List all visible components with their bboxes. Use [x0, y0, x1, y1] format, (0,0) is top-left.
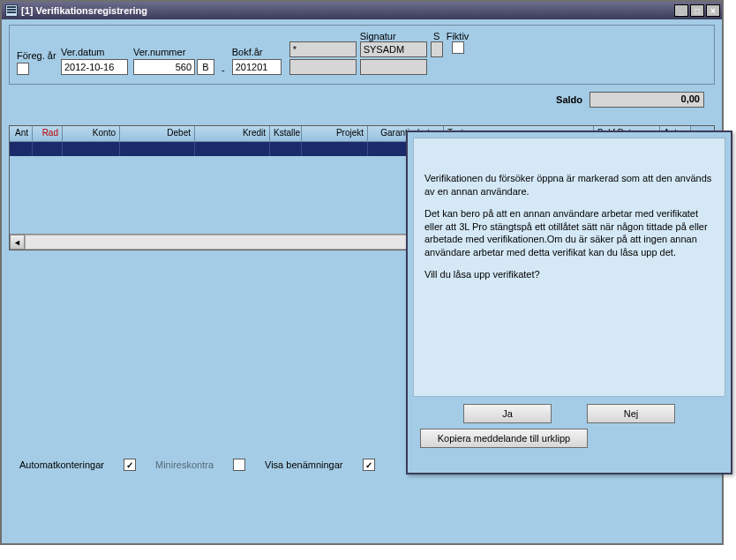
app-icon: [5, 4, 18, 17]
col-header-rad[interactable]: Rad: [33, 126, 63, 142]
yes-button[interactable]: Ja: [463, 404, 552, 423]
titlebar[interactable]: [1] Verifikationsregistrering _ □ ×: [2, 2, 722, 19]
saldo-row: Saldo 0,00: [556, 92, 704, 108]
signatur-input: [360, 41, 427, 57]
dash-separator: -: [220, 64, 227, 75]
col-header-ant[interactable]: Ant: [10, 126, 33, 142]
col-header-konto[interactable]: Konto: [63, 126, 120, 142]
saldo-value: 0,00: [590, 92, 704, 108]
fiktiv-checkbox[interactable]: [452, 41, 464, 54]
signatur-bottom-right: [360, 59, 427, 75]
bokfar-input: [232, 59, 282, 75]
bottom-options: Automatkonteringar Minireskontra Visa be…: [19, 459, 375, 471]
foreg-ar-label: Föreg. år: [17, 50, 56, 61]
vernummer-label: Ver.nummer: [133, 47, 214, 57]
dialog-message-area: Verifikationen du försöker öppna är mark…: [413, 138, 725, 397]
cell[interactable]: [195, 142, 270, 156]
col-header-projekt[interactable]: Projekt: [302, 126, 368, 142]
cell[interactable]: [10, 142, 33, 156]
signatur-top-input: [289, 41, 357, 57]
saldo-label: Saldo: [556, 94, 582, 105]
s-label: S: [433, 31, 439, 41]
dialog-text-3: Vill du låsa upp verifikatet?: [424, 268, 714, 281]
scroll-left-button[interactable]: ◄: [10, 235, 25, 250]
copy-message-button[interactable]: Kopiera meddelande till urklipp: [420, 429, 588, 448]
vernummer-suffix-input[interactable]: [197, 59, 214, 75]
fiktiv-label: Fiktiv: [447, 31, 469, 41]
maximize-button[interactable]: □: [690, 4, 704, 17]
s-input: [431, 41, 443, 57]
form-area: Föreg. år Ver.datum Ver.nummer - Bokf.: [9, 25, 715, 85]
vernummer-input[interactable]: [133, 59, 195, 75]
foreg-ar-checkbox[interactable]: [17, 63, 29, 75]
col-header-kredit[interactable]: Kredit: [195, 126, 270, 142]
verdatum-input[interactable]: [61, 59, 128, 75]
cell[interactable]: [120, 142, 195, 156]
cell[interactable]: [302, 142, 368, 156]
cell[interactable]: [33, 142, 63, 156]
window-title: [1] Verifikationsregistrering: [21, 5, 674, 16]
close-button[interactable]: ×: [706, 4, 720, 17]
col-header-kstalle[interactable]: Kstalle: [270, 126, 302, 142]
signatur-bottom-left: [289, 59, 357, 75]
verdatum-label: Ver.datum: [61, 47, 128, 57]
dialog-text-1: Verifikationen du försöker öppna är mark…: [424, 172, 714, 198]
cell[interactable]: [63, 142, 120, 156]
visa-benamn-checkbox[interactable]: [363, 459, 375, 471]
cell[interactable]: [270, 142, 302, 156]
minimize-button[interactable]: _: [674, 4, 688, 17]
bokfar-label: Bokf.år: [232, 47, 282, 57]
minireskontra-checkbox[interactable]: [233, 459, 245, 471]
visa-benamn-label: Visa benämningar: [265, 459, 342, 470]
unlock-dialog: Verifikationen du försöker öppna är mark…: [406, 131, 732, 474]
minireskontra-label: Minireskontra: [155, 459, 214, 470]
automat-label: Automatkonteringar: [19, 459, 104, 470]
automat-checkbox[interactable]: [124, 459, 136, 471]
col-header-debet[interactable]: Debet: [120, 126, 195, 142]
no-button[interactable]: Nej: [587, 404, 675, 423]
signatur-label: Signatur: [360, 31, 427, 41]
dialog-text-2: Det kan bero på att en annan användare a…: [424, 207, 714, 259]
